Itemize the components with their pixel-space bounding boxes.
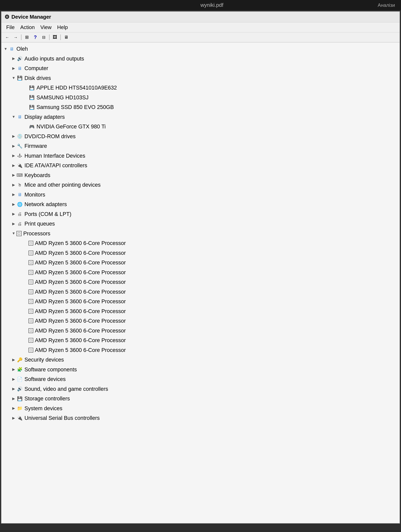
disk-label: Disk drives bbox=[25, 74, 51, 82]
sw-devices-expand-icon: ▶ bbox=[11, 377, 16, 381]
tree-item-proc-4[interactable]: ▶ □ AMD Ryzen 5 3600 6-Core Processor bbox=[1, 268, 400, 277]
proc5-label: AMD Ryzen 5 3600 6-Core Processor bbox=[35, 278, 126, 286]
disk3-label: Samsung SSD 850 EVO 250GB bbox=[37, 103, 114, 111]
security-icon: 🔑 bbox=[16, 356, 23, 363]
toolbar-back[interactable]: ← bbox=[3, 34, 11, 41]
toolbar-forward[interactable]: → bbox=[12, 34, 19, 41]
window-title: Device Manager bbox=[11, 14, 51, 20]
ide-expand-icon: ▶ bbox=[11, 163, 16, 168]
tree-item-usb[interactable]: ▶ 🔌 Universal Serial Bus controllers bbox=[1, 413, 400, 423]
usb-expand-icon: ▶ bbox=[11, 416, 16, 420]
proc10-icon: □ bbox=[28, 328, 33, 333]
mouse-icon: 🖱 bbox=[16, 182, 23, 188]
tree-item-proc-8[interactable]: ▶ □ AMD Ryzen 5 3600 6-Core Processor bbox=[1, 306, 400, 316]
proc3-label: AMD Ryzen 5 3600 6-Core Processor bbox=[35, 259, 126, 267]
ports-icon: 🖨 bbox=[16, 211, 23, 217]
proc1-icon: □ bbox=[28, 241, 33, 246]
tree-item-display[interactable]: ▼ 🖥 Display adapters bbox=[1, 112, 400, 122]
tree-item-audio[interactable]: ▶ 🔊 Audio inputs and outputs bbox=[1, 54, 400, 64]
toolbar-properties[interactable]: ⊞ bbox=[23, 34, 31, 41]
network-icon: 🌐 bbox=[16, 201, 23, 208]
tree-item-proc-6[interactable]: ▶ □ AMD Ryzen 5 3600 6-Core Processor bbox=[1, 287, 400, 297]
tree-item-disk-3[interactable]: ▶ 💾 Samsung SSD 850 EVO 250GB bbox=[1, 102, 400, 112]
tree-item-ide[interactable]: ▶ 🔌 IDE ATA/ATAPI controllers bbox=[1, 161, 400, 171]
menu-help[interactable]: Help bbox=[54, 23, 71, 31]
tree-item-sw-devices[interactable]: ▶ 📄 Software devices bbox=[1, 374, 400, 384]
ports-expand-icon: ▶ bbox=[11, 212, 16, 216]
tree-item-proc-1[interactable]: ▶ □ AMD Ryzen 5 3600 6-Core Processor bbox=[1, 238, 400, 248]
toolbar-uninstall[interactable]: ⊟ bbox=[40, 34, 47, 41]
display-expand-icon: ▼ bbox=[11, 115, 16, 119]
tree-item-storage[interactable]: ▶ 💾 Storage controllers bbox=[1, 394, 400, 404]
firmware-label: Firmware bbox=[25, 142, 47, 150]
tree-item-sound[interactable]: ▶ 🔊 Sound, video and game controllers bbox=[1, 384, 400, 394]
tree-item-proc-2[interactable]: ▶ □ AMD Ryzen 5 3600 6-Core Processor bbox=[1, 248, 400, 258]
tree-item-ports[interactable]: ▶ 🖨 Ports (COM & LPT) bbox=[1, 209, 400, 219]
tree-item-proc-7[interactable]: ▶ □ AMD Ryzen 5 3600 6-Core Processor bbox=[1, 297, 400, 306]
proc8-icon: □ bbox=[28, 309, 33, 314]
ports-label: Ports (COM & LPT) bbox=[25, 210, 71, 218]
toolbar-scan[interactable]: 🖼 bbox=[51, 34, 59, 41]
disk-icon: 💾 bbox=[16, 75, 23, 81]
network-expand-icon: ▶ bbox=[11, 202, 16, 207]
system-label: System devices bbox=[25, 404, 62, 413]
tree-root[interactable]: ▼ 🖥 Oleh bbox=[1, 44, 400, 54]
sound-icon: 🔊 bbox=[16, 386, 23, 392]
toolbar-view[interactable]: 🖥 bbox=[62, 34, 70, 41]
tree-item-processors[interactable]: ▼ □ Processors bbox=[1, 229, 400, 239]
proc7-icon: □ bbox=[28, 299, 33, 304]
tree-item-print[interactable]: ▶ 🖨 Print queues bbox=[1, 219, 400, 229]
menu-action[interactable]: Action bbox=[17, 23, 38, 31]
tree-item-keyboards[interactable]: ▶ ⌨ Keyboards bbox=[1, 171, 400, 180]
tree-item-network[interactable]: ▶ 🌐 Network adapters bbox=[1, 200, 400, 209]
disk-expand-icon: ▼ bbox=[11, 76, 16, 80]
proc10-label: AMD Ryzen 5 3600 6-Core Processor bbox=[35, 327, 126, 335]
processors-icon: □ bbox=[16, 231, 22, 236]
menu-file[interactable]: File bbox=[3, 23, 17, 31]
tree-item-proc-3[interactable]: ▶ □ AMD Ryzen 5 3600 6-Core Processor bbox=[1, 258, 400, 268]
hid-icon: 🕹 bbox=[16, 153, 23, 159]
tree-item-monitors[interactable]: ▶ 🖥 Monitors bbox=[1, 190, 400, 200]
nvidia-icon: 🎮 bbox=[28, 123, 35, 130]
print-label: Print queues bbox=[25, 220, 55, 228]
tree-item-proc-12[interactable]: ▶ □ AMD Ryzen 5 3600 6-Core Processor bbox=[1, 345, 400, 355]
tree-item-disk-2[interactable]: ▶ 💾 SAMSUNG HD103SJ bbox=[1, 93, 400, 102]
storage-label: Storage controllers bbox=[25, 395, 70, 403]
tree-item-disk-1[interactable]: ▶ 💾 APPLE HDD HTS541010A9E632 bbox=[1, 83, 400, 93]
tree-item-sw-components[interactable]: ▶ 🧩 Software components bbox=[1, 365, 400, 374]
tree-item-system[interactable]: ▶ 📁 System devices bbox=[1, 404, 400, 413]
display-icon: 🖥 bbox=[16, 114, 23, 120]
tree-item-security[interactable]: ▶ 🔑 Security devices bbox=[1, 355, 400, 365]
device-manager-window: ⚙ Device Manager File Action View Help ←… bbox=[1, 11, 400, 524]
sound-label: Sound, video and game controllers bbox=[25, 385, 108, 393]
tree-item-proc-11[interactable]: ▶ □ AMD Ryzen 5 3600 6-Core Processor bbox=[1, 336, 400, 345]
sw-components-expand-icon: ▶ bbox=[11, 367, 16, 372]
tree-item-nvidia[interactable]: ▶ 🎮 NVIDIA GeForce GTX 980 Ti bbox=[1, 122, 400, 132]
toolbar-separator-2 bbox=[49, 34, 50, 40]
disk1-label: APPLE HDD HTS541010A9E632 bbox=[37, 84, 117, 92]
dvd-label: DVD/CD-ROM drives bbox=[25, 133, 76, 141]
tree-item-proc-5[interactable]: ▶ □ AMD Ryzen 5 3600 6-Core Processor bbox=[1, 277, 400, 287]
tree-item-computer[interactable]: ▶ 🖥 Computer bbox=[1, 63, 400, 73]
proc6-label: AMD Ryzen 5 3600 6-Core Processor bbox=[35, 288, 126, 296]
tree-item-mice[interactable]: ▶ 🖱 Mice and other pointing devices bbox=[1, 180, 400, 190]
security-expand-icon: ▶ bbox=[11, 358, 16, 362]
tree-item-proc-9[interactable]: ▶ □ AMD Ryzen 5 3600 6-Core Processor bbox=[1, 316, 400, 326]
tree-item-firmware[interactable]: ▶ 🔧 Firmware bbox=[1, 141, 400, 151]
title-bar-filename: wyniki.pdf bbox=[46, 2, 378, 8]
toolbar-help[interactable]: ? bbox=[32, 34, 39, 41]
tree-item-dvd[interactable]: ▶ 💿 DVD/CD-ROM drives bbox=[1, 132, 400, 141]
menu-view[interactable]: View bbox=[38, 23, 54, 31]
proc3-icon: □ bbox=[28, 260, 33, 265]
proc2-label: AMD Ryzen 5 3600 6-Core Processor bbox=[35, 249, 126, 257]
system-icon: 📁 bbox=[16, 405, 23, 412]
tree-item-hid[interactable]: ▶ 🕹 Human Interface Devices bbox=[1, 151, 400, 161]
audio-expand-icon: ▶ bbox=[11, 57, 16, 61]
audio-icon: 🔊 bbox=[16, 56, 23, 62]
tree-item-proc-10[interactable]: ▶ □ AMD Ryzen 5 3600 6-Core Processor bbox=[1, 326, 400, 336]
tree-item-disk[interactable]: ▼ 💾 Disk drives bbox=[1, 73, 400, 83]
proc7-label: AMD Ryzen 5 3600 6-Core Processor bbox=[35, 298, 126, 306]
toolbar-separator-3 bbox=[60, 34, 61, 40]
usb-label: Universal Serial Bus controllers bbox=[25, 414, 100, 422]
disk3-icon: 💾 bbox=[28, 104, 35, 110]
